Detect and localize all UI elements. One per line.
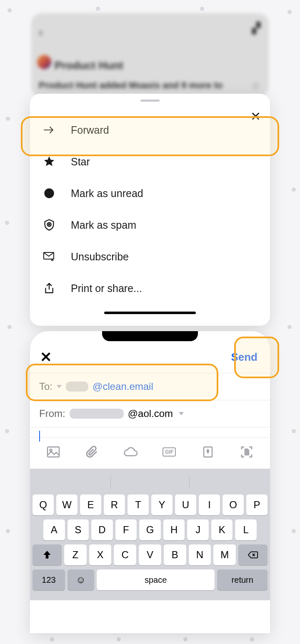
key-r[interactable]: R — [104, 494, 125, 515]
menu-item-mark-unread[interactable]: Mark as unread — [30, 177, 270, 209]
key-shift[interactable] — [32, 544, 62, 565]
key-space[interactable]: space — [97, 569, 215, 590]
keyboard-row-4: 123 ☺ space return — [32, 569, 268, 590]
home-indicator — [104, 312, 196, 314]
key-q[interactable]: Q — [32, 494, 54, 515]
cloud-icon[interactable] — [122, 444, 139, 460]
to-value: @clean.email — [92, 381, 153, 392]
action-sheet: ✕ Forward Star Mark as unread Mark as sp… — [30, 94, 270, 326]
svg-point-4 — [50, 449, 52, 452]
key-i[interactable]: I — [199, 494, 220, 515]
svg-rect-3 — [48, 447, 59, 457]
from-label: From: — [39, 408, 65, 419]
key-n[interactable]: N — [189, 544, 211, 565]
keyboard-row-3: Z X C V B N M — [32, 544, 268, 565]
redacted-from-prefix — [70, 409, 124, 419]
unread-dot-icon — [42, 186, 57, 201]
forward-arrow-icon — [42, 122, 57, 137]
email-subject: Product Hunt added Moaxis and 9 more to — [39, 80, 222, 91]
paperclip-icon[interactable] — [84, 444, 100, 460]
key-w[interactable]: W — [56, 494, 78, 515]
key-123[interactable]: 123 — [32, 569, 65, 590]
menu-item-label: Mark as unread — [71, 187, 143, 200]
menu-item-print-share[interactable]: Print or share... — [30, 272, 270, 304]
key-k[interactable]: K — [211, 519, 233, 540]
to-label: To: — [39, 381, 52, 392]
key-backspace[interactable] — [238, 544, 268, 565]
envelope-x-icon — [42, 249, 57, 264]
scan-document-icon[interactable] — [238, 444, 255, 460]
menu-item-unsubscribe[interactable]: Unsubscribe — [30, 241, 270, 272]
card-icon[interactable] — [200, 444, 216, 460]
image-icon[interactable] — [45, 444, 62, 460]
key-p[interactable]: P — [246, 494, 268, 515]
key-e[interactable]: E — [80, 494, 101, 515]
menu-item-star[interactable]: Star — [30, 146, 270, 177]
attachment-toolbar: GIF — [30, 437, 270, 469]
suggestion-bar[interactable] — [32, 473, 268, 491]
chevron-down-icon[interactable] — [57, 385, 62, 388]
key-emoji[interactable]: ☺ — [68, 569, 94, 590]
back-chevron-icon: ‹ — [39, 25, 43, 39]
keyboard-row-1: Q W E R T Y U I O P — [32, 494, 268, 515]
from-field[interactable]: From: @aol.com — [30, 400, 270, 427]
menu-item-label: Print or share... — [71, 282, 142, 295]
menu-item-label: Unsubscribe — [71, 251, 129, 263]
key-u[interactable]: U — [175, 494, 196, 515]
key-s[interactable]: S — [68, 519, 89, 540]
keyboard-row-2: A S D F G H J K L — [32, 519, 268, 540]
key-z[interactable]: Z — [64, 544, 87, 565]
key-y[interactable]: Y — [151, 494, 172, 515]
key-c[interactable]: C — [114, 544, 136, 565]
text-cursor — [39, 431, 40, 442]
gif-icon[interactable]: GIF — [161, 444, 178, 460]
menu-item-forward[interactable]: Forward — [30, 114, 270, 146]
send-button[interactable]: Send — [228, 349, 260, 365]
close-icon[interactable]: ✕ — [250, 110, 261, 123]
from-value: @aol.com — [128, 408, 173, 419]
key-m[interactable]: M — [213, 544, 236, 565]
key-a[interactable]: A — [43, 519, 65, 540]
sender-avatar — [37, 55, 51, 69]
key-d[interactable]: D — [91, 519, 113, 540]
sender-name: Product Hunt — [55, 59, 123, 72]
key-b[interactable]: B — [164, 544, 186, 565]
star-icon — [42, 154, 57, 169]
key-v[interactable]: V — [139, 544, 161, 565]
key-l[interactable]: L — [235, 519, 257, 540]
redacted-to-prefix — [66, 382, 88, 392]
blurred-email-behind: ‹ ▞ Product Hunt Product Hunt added Moax… — [31, 13, 269, 97]
key-g[interactable]: G — [139, 519, 161, 540]
key-x[interactable]: X — [89, 544, 112, 565]
key-o[interactable]: O — [222, 494, 244, 515]
menu-item-label: Forward — [71, 124, 109, 136]
to-field[interactable]: To: @clean.email — [30, 373, 270, 400]
compose-screen: ✕ Send To: @clean.email From: @aol.com G… — [30, 331, 270, 633]
share-icon — [42, 281, 57, 296]
star-outline-icon: ☆ — [251, 80, 260, 92]
key-h[interactable]: H — [163, 519, 185, 540]
close-compose-icon[interactable]: ✕ — [40, 349, 52, 365]
chevron-down-icon[interactable] — [179, 412, 184, 415]
menu-item-mark-spam[interactable]: Mark as spam — [30, 209, 270, 241]
chart-icon: ▞ — [252, 22, 260, 35]
menu-item-label: Star — [71, 156, 90, 168]
key-t[interactable]: T — [128, 494, 149, 515]
key-f[interactable]: F — [115, 519, 137, 540]
key-j[interactable]: J — [187, 519, 209, 540]
keyboard: Q W E R T Y U I O P A S D F G H J K L Z — [30, 469, 270, 600]
key-return[interactable]: return — [217, 569, 268, 590]
menu-item-label: Mark as spam — [71, 219, 136, 231]
device-notch — [102, 331, 198, 341]
shield-x-icon — [42, 217, 57, 232]
svg-point-0 — [44, 188, 54, 198]
